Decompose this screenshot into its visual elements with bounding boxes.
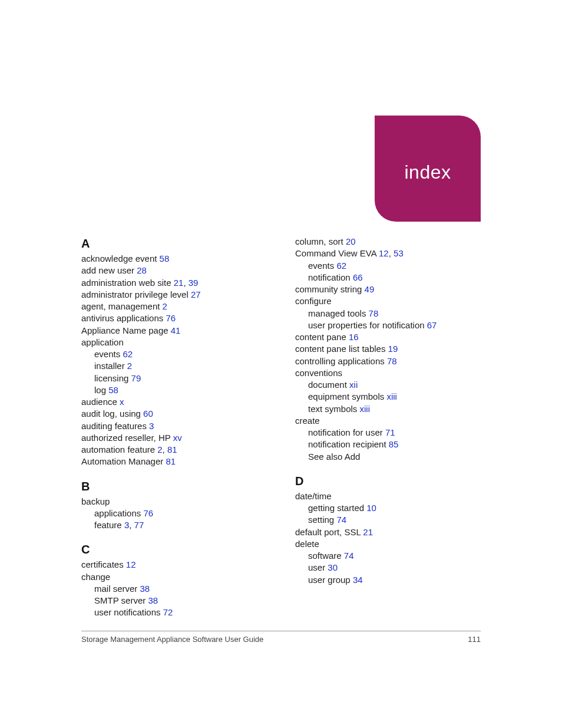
index-page-ref[interactable]: 71 xyxy=(385,427,395,437)
index-letter-heading: C xyxy=(81,542,267,558)
footer-doc-title: Storage Management Appliance Software Us… xyxy=(81,635,263,644)
index-entry-text: date/time xyxy=(295,491,332,501)
index-entry: software 74 xyxy=(295,550,481,562)
index-page-ref[interactable]: xiii xyxy=(386,391,397,401)
index-entry-text: application xyxy=(81,337,124,347)
index-entry: automation feature 2, 81 xyxy=(81,444,267,456)
index-page-ref[interactable]: 3 xyxy=(124,520,129,530)
right-column: column, sort 20Command View EVA 12, 53ev… xyxy=(295,236,481,619)
index-entry: audit log, using 60 xyxy=(81,408,267,420)
index-letter-heading: D xyxy=(295,473,481,489)
index-page-ref[interactable]: 53 xyxy=(394,248,404,258)
left-column: Aacknowledge event 58add new user 28admi… xyxy=(81,236,267,619)
index-entry-text: conventions xyxy=(295,368,342,378)
index-entry: licensing 79 xyxy=(81,373,267,384)
index-page-ref[interactable]: 76 xyxy=(143,508,153,518)
index-page-ref[interactable]: 10 xyxy=(366,503,376,513)
index-entry: acknowledge event 58 xyxy=(81,253,267,265)
index-page-ref[interactable]: 20 xyxy=(346,236,356,246)
index-entry: antivirus applications 76 xyxy=(81,312,267,324)
index-entry: notification for user 71 xyxy=(295,427,481,439)
index-entry-text: backup xyxy=(81,496,110,506)
index-entry: audience x xyxy=(81,396,267,408)
index-entry-text: antivirus applications xyxy=(81,313,166,323)
index-page-ref[interactable]: 39 xyxy=(189,278,199,288)
index-entry: Appliance Name page 41 xyxy=(81,325,267,337)
index-page-ref[interactable]: 49 xyxy=(365,284,375,294)
index-entry: content pane list tables 19 xyxy=(295,343,481,355)
index-entry-text: Appliance Name page xyxy=(81,325,171,335)
index-page-ref[interactable]: 27 xyxy=(191,289,201,299)
index-entry-text: column, sort xyxy=(295,236,346,246)
index-entry: create xyxy=(295,415,481,427)
index-page-ref[interactable]: 28 xyxy=(137,265,147,275)
index-entry-text: community string xyxy=(295,284,365,294)
index-entry-text: configure xyxy=(295,296,332,306)
index-entry-text: certificates xyxy=(81,559,126,569)
index-entry-text: events xyxy=(94,349,123,359)
index-page-ref[interactable]: 58 xyxy=(160,253,170,263)
index-page-ref[interactable]: xiii xyxy=(360,404,371,414)
index-page-ref[interactable]: 77 xyxy=(134,520,144,530)
index-entry: managed tools 78 xyxy=(295,308,481,319)
index-page-ref-separator: , xyxy=(129,520,134,530)
index-page-ref[interactable]: 30 xyxy=(328,562,338,572)
index-page-ref[interactable]: 3 xyxy=(149,421,154,431)
index-entry: conventions xyxy=(295,367,481,379)
index-page-ref[interactable]: 79 xyxy=(131,373,141,383)
index-entry-text: user properties for notification xyxy=(308,320,427,330)
index-page-ref[interactable]: 60 xyxy=(143,409,153,419)
footer-page-number: 111 xyxy=(468,635,481,644)
index-page-ref[interactable]: 76 xyxy=(166,313,176,323)
index-entry-text: Command View EVA xyxy=(295,248,379,258)
index-page-ref[interactable]: 81 xyxy=(166,456,176,466)
index-page-ref[interactable]: 21 xyxy=(363,527,373,537)
index-entry-text: text symbols xyxy=(308,404,360,414)
index-page-ref[interactable]: 34 xyxy=(353,575,363,585)
index-page-ref[interactable]: 62 xyxy=(123,349,133,359)
index-page-ref[interactable]: 12 xyxy=(379,248,389,258)
index-entry: change xyxy=(81,571,267,583)
index-entry: user notifications 72 xyxy=(81,607,267,618)
index-page-ref[interactable]: 62 xyxy=(336,261,346,271)
index-page-ref[interactable]: 41 xyxy=(171,325,181,335)
index-entry-text: mail server xyxy=(94,584,140,594)
index-page-ref[interactable]: 66 xyxy=(353,272,363,282)
index-page-ref[interactable]: 67 xyxy=(427,320,437,330)
index-page-ref[interactable]: 72 xyxy=(163,607,173,617)
index-entry-text: See also Add xyxy=(308,452,360,462)
index-entry: authorized reseller, HP xv xyxy=(81,432,267,444)
index-page-ref[interactable]: 2 xyxy=(163,301,167,311)
index-entry: feature 3, 77 xyxy=(81,519,267,531)
index-page-ref[interactable]: 19 xyxy=(388,344,398,354)
index-entry-text: managed tools xyxy=(308,308,369,318)
index-page-ref[interactable]: 74 xyxy=(344,551,354,561)
index-page-ref[interactable]: 74 xyxy=(336,515,346,525)
index-entry-text: add new user xyxy=(81,265,137,275)
index-entry-text: create xyxy=(295,416,320,426)
index-entry: setting 74 xyxy=(295,514,481,526)
index-page-ref[interactable]: xv xyxy=(173,433,182,443)
index-page-ref[interactable]: 2 xyxy=(127,361,132,371)
index-page-ref[interactable]: xii xyxy=(349,380,358,390)
index-entry: certificates 12 xyxy=(81,559,267,571)
index-badge-title: index xyxy=(405,162,451,183)
index-page-ref[interactable]: 38 xyxy=(140,584,150,594)
index-entry-text: content pane xyxy=(295,332,349,342)
index-page-ref[interactable]: x xyxy=(120,397,124,407)
index-page-ref[interactable]: 85 xyxy=(389,439,399,449)
index-page-ref[interactable]: 21 xyxy=(174,278,184,288)
index-page-ref[interactable]: 16 xyxy=(349,332,359,342)
index-page-ref[interactable]: 38 xyxy=(148,595,158,605)
index-entry-text: agent, management xyxy=(81,301,163,311)
index-page-ref[interactable]: 78 xyxy=(387,356,397,366)
index-page-ref[interactable]: 78 xyxy=(369,308,379,318)
index-letter-heading: B xyxy=(81,479,267,495)
index-entry: community string 49 xyxy=(295,284,481,295)
index-page-ref[interactable]: 81 xyxy=(167,444,177,454)
index-entry-text: audience xyxy=(81,397,120,407)
index-page-ref[interactable]: 58 xyxy=(108,385,118,395)
index-page-ref[interactable]: 2 xyxy=(157,444,162,454)
index-page-ref[interactable]: 12 xyxy=(126,559,136,569)
index-entry-text: delete xyxy=(295,539,319,549)
